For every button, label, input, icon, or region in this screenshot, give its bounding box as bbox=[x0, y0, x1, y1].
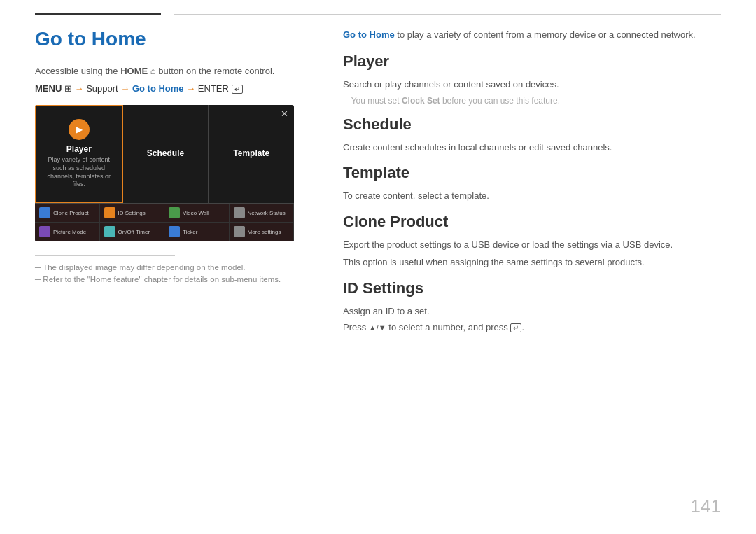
home-bottom-row: Clone Product ID Settings Video Wall Net… bbox=[35, 204, 294, 241]
id-section-title: ID Settings bbox=[343, 279, 721, 297]
timer-label: On/Off Timer bbox=[118, 229, 150, 235]
right-intro: Go to Home to play a variety of content … bbox=[343, 29, 721, 40]
network-label: Network Status bbox=[248, 210, 286, 216]
clone-body-1: Export the product settings to a USB dev… bbox=[343, 238, 721, 252]
schedule-body: Create content schedules in local channe… bbox=[343, 141, 721, 155]
bottom-item-network[interactable]: Network Status bbox=[230, 204, 295, 223]
bottom-item-id[interactable]: ID Settings bbox=[100, 204, 165, 223]
player-section-title: Player bbox=[343, 52, 721, 71]
content-wrapper: Go to Home Accessible using the HOME ⌂ b… bbox=[0, 22, 756, 335]
clone-section-title: Clone Product bbox=[343, 213, 721, 231]
clone-label: Clone Product bbox=[53, 210, 89, 216]
clone-icon bbox=[39, 207, 50, 218]
arrow-3: → bbox=[186, 83, 195, 94]
arrow-1: → bbox=[75, 83, 84, 94]
intro-text: to play a variety of content from a memo… bbox=[397, 29, 695, 40]
notes-divider bbox=[35, 255, 175, 256]
player-subtitle: Play variety of content such as schedule… bbox=[42, 156, 116, 189]
home-top-row: Player Play variety of content such as s… bbox=[35, 105, 294, 204]
bottom-item-clone[interactable]: Clone Product bbox=[35, 204, 100, 223]
template-title: Template bbox=[233, 148, 270, 158]
bottom-item-ticker[interactable]: Ticker bbox=[164, 223, 230, 241]
goto-link: Go to Home bbox=[132, 83, 186, 94]
template-section-title: Template bbox=[343, 164, 721, 182]
bottom-item-timer[interactable]: On/Off Timer bbox=[100, 223, 165, 241]
page-number: 141 bbox=[691, 496, 721, 517]
ticker-label: Ticker bbox=[183, 229, 197, 235]
accessible-text: Accessible using the HOME ⌂ button on th… bbox=[35, 66, 315, 76]
player-title: Player bbox=[66, 144, 92, 154]
menu-path: MENU ⊞ → Support → Go to Home → ENTER ↵ bbox=[35, 83, 315, 94]
home-screen: Player Play variety of content such as s… bbox=[35, 105, 294, 241]
bottom-item-more[interactable]: More settings bbox=[230, 223, 295, 241]
id-body: Assign an ID to a set. bbox=[343, 304, 721, 318]
id-press-text: Press ▲/▼ to select a number, and press … bbox=[343, 322, 721, 332]
page-title: Go to Home bbox=[35, 28, 315, 50]
picture-icon bbox=[39, 226, 50, 237]
schedule-section-title: Schedule bbox=[343, 115, 721, 134]
bottom-item-video[interactable]: Video Wall bbox=[164, 204, 230, 223]
arrow-2: → bbox=[120, 83, 130, 94]
player-body: Search or play channels or content saved… bbox=[343, 78, 721, 92]
top-bar bbox=[0, 0, 756, 22]
up-down-icon: ▲/▼ bbox=[369, 323, 386, 332]
top-bar-left-accent bbox=[35, 13, 161, 15]
home-item-schedule[interactable]: Schedule bbox=[123, 105, 209, 203]
close-button[interactable]: ✕ bbox=[281, 108, 288, 119]
note-2: Refer to the "Home feature" chapter for … bbox=[35, 275, 315, 283]
id-label: ID Settings bbox=[118, 210, 146, 216]
more-label: More settings bbox=[248, 229, 281, 235]
ticker-icon bbox=[169, 226, 180, 237]
enter-label: ENTER bbox=[198, 83, 232, 94]
picture-label: Picture Mode bbox=[53, 229, 86, 235]
id-icon bbox=[104, 207, 115, 218]
home-item-player[interactable]: Player Play variety of content such as s… bbox=[35, 105, 123, 203]
left-column: Go to Home Accessible using the HOME ⌂ b… bbox=[35, 22, 315, 335]
clone-body-2: This option is useful when assigning the… bbox=[343, 255, 721, 269]
video-label: Video Wall bbox=[183, 210, 209, 216]
schedule-title: Schedule bbox=[147, 148, 184, 158]
menu-label: MENU bbox=[35, 83, 62, 94]
note-1: The displayed image may differ depending… bbox=[35, 263, 315, 272]
top-bar-right-line bbox=[174, 14, 721, 15]
video-icon bbox=[169, 207, 180, 218]
more-icon bbox=[234, 226, 245, 237]
screenshot-box: ✕ Player Play variety of content such as… bbox=[35, 105, 294, 241]
goto-home-link: Go to Home bbox=[343, 29, 395, 40]
home-item-template[interactable]: Template bbox=[209, 105, 294, 203]
template-body: To create content, select a template. bbox=[343, 189, 721, 203]
enter-icon-2: ↵ bbox=[510, 323, 522, 332]
timer-icon bbox=[104, 226, 115, 237]
bottom-item-picture[interactable]: Picture Mode bbox=[35, 223, 100, 241]
support-label: Support bbox=[86, 83, 120, 94]
right-column: Go to Home to play a variety of content … bbox=[343, 22, 721, 335]
enter-icon: ↵ bbox=[232, 85, 243, 94]
player-note: You must set Clock Set before you can us… bbox=[343, 96, 721, 106]
menu-icon: ⊞ bbox=[64, 83, 75, 94]
network-icon bbox=[234, 207, 245, 218]
player-play-icon bbox=[69, 119, 90, 140]
